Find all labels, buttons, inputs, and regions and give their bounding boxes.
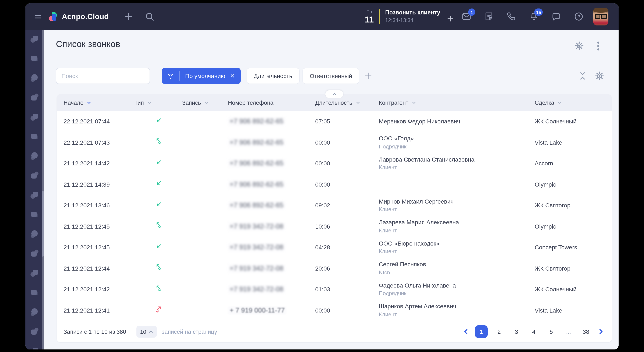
contact-name[interactable]: ООО «Бюро находок»	[379, 240, 535, 247]
app-logo[interactable]: Аспро.Cloud	[48, 11, 109, 22]
help-icon[interactable]: ?	[574, 12, 584, 22]
table-footer: Записи с 1 по 10 из 380 10 записей на ст…	[57, 321, 612, 342]
sidebar	[26, 30, 44, 349]
page-settings-gear-icon[interactable]	[574, 41, 584, 51]
table-row[interactable]: 21.12.2021 14:42+7 906 892-62-6500:00Лав…	[57, 153, 612, 174]
pagination-page[interactable]: 3	[510, 325, 522, 338]
sidebar-module-10-icon[interactable]	[29, 209, 39, 219]
pagination-page[interactable]: 5	[545, 325, 557, 338]
search-input[interactable]	[56, 68, 150, 84]
cell-deal[interactable]: Vista Lake	[535, 307, 605, 314]
contact-name[interactable]: Шариков Артем Алексеевич	[379, 303, 535, 310]
search-icon[interactable]	[144, 12, 154, 22]
table-row[interactable]: 21.12.2021 12:42+7 919 342-72-0801:03Фад…	[57, 279, 612, 300]
table-row[interactable]: 21.12.2021 12:44+7 919 342-72-0820:06Сер…	[57, 258, 612, 279]
cell-phone: + 7 919 000-11-77	[228, 306, 315, 315]
table-row[interactable]: 21.12.2021 12:41+ 7 919 000-11-7700:00Ша…	[57, 300, 612, 321]
phone-icon[interactable]	[506, 12, 516, 22]
cell-deal[interactable]: ЖК Святогор	[535, 202, 605, 209]
hamburger-menu-icon[interactable]	[33, 12, 43, 22]
contact-name[interactable]: Лаврова Светлана Станиславовна	[379, 156, 535, 163]
filter-button-responsible[interactable]: Ответственный	[302, 68, 359, 84]
contact-name[interactable]: Мирнов Михаил Сергеевич	[379, 198, 535, 205]
add-event-icon[interactable]	[446, 15, 454, 23]
column-header[interactable]: Контрагент	[379, 100, 535, 106]
page-title: Список звонков	[56, 39, 120, 49]
cell-deal[interactable]: Concept Towers	[535, 244, 605, 251]
table-row[interactable]: 21.12.2021 12:45+7 919 342-72-0804:28ООО…	[57, 237, 612, 258]
cell-deal[interactable]: Olympic	[535, 181, 605, 188]
contact-name[interactable]: Сергей Песняков	[379, 261, 535, 268]
sidebar-module-8-icon[interactable]	[29, 170, 39, 180]
contact-name[interactable]: Лазарева Мария Алексеевна	[379, 219, 535, 226]
column-header[interactable]: Тип	[134, 100, 182, 106]
cell-deal[interactable]: ЖК Солнечный	[535, 118, 605, 125]
sidebar-scrollbar-thumb[interactable]	[42, 191, 44, 257]
sidebar-module-13-icon[interactable]	[29, 268, 39, 278]
pagination-next-icon[interactable]	[598, 328, 604, 335]
sidebar-module-16-icon[interactable]	[29, 326, 39, 336]
outgoing-call-icon	[155, 138, 163, 146]
missed-call-icon	[155, 305, 163, 314]
cell-deal[interactable]: Olympic	[535, 223, 605, 230]
table-row[interactable]: 22.12.2021 07:44+7 906 892-62-6507:05Мер…	[57, 111, 612, 132]
column-header[interactable]: Длительность	[315, 100, 379, 106]
svg-text:?: ?	[577, 14, 580, 19]
table-row[interactable]: 21.12.2021 13:46+7 906 892-62-6509:02Мир…	[57, 195, 612, 216]
filter-button-duration[interactable]: Длительность	[246, 68, 299, 84]
bell-icon[interactable]: 15	[529, 12, 539, 22]
sidebar-module-12-icon[interactable]	[29, 248, 39, 258]
table-body: 22.12.2021 07:44+7 906 892-62-6507:05Мер…	[57, 111, 612, 321]
table-settings-gear-icon[interactable]	[595, 71, 604, 81]
cell-deal[interactable]: Accorn	[535, 160, 605, 167]
sidebar-module-3-icon[interactable]	[29, 73, 39, 83]
cell-duration: 00:00	[315, 160, 379, 167]
cell-deal[interactable]: ЖК Святогор	[535, 265, 605, 272]
sidebar-module-11-icon[interactable]	[29, 229, 39, 239]
pagination-page[interactable]: 1	[475, 325, 488, 338]
phone-number: +7 906 892-62-65	[228, 159, 285, 168]
cell-deal[interactable]: Vista Lake	[535, 139, 605, 146]
chat-icon[interactable]	[551, 12, 562, 22]
sidebar-module-1-icon[interactable]	[29, 34, 39, 44]
cell-contact: Лаврова Светлана СтаниславовнаКлиент	[379, 156, 535, 171]
contact-name[interactable]: Меренков Федор Николаевич	[379, 118, 535, 125]
table-row[interactable]: 22.12.2021 07:43+7 906 892-62-6500:00ООО…	[57, 132, 612, 153]
contact-role: Ntcn	[379, 270, 535, 276]
pagination-prev-icon[interactable]	[463, 328, 470, 335]
collapse-panel-pill[interactable]	[326, 90, 343, 98]
sidebar-module-14-icon[interactable]	[29, 287, 39, 297]
pagination-page[interactable]: 4	[528, 325, 540, 338]
sidebar-module-2-icon[interactable]	[29, 54, 39, 63]
sidebar-module-6-icon[interactable]	[29, 132, 39, 141]
contact-name[interactable]: Фадеева Ольга Николавена	[379, 282, 535, 289]
remove-filter-icon[interactable]: ✕	[230, 73, 235, 79]
add-filter-icon[interactable]	[364, 71, 373, 81]
cell-type	[134, 159, 182, 168]
active-filter-chip[interactable]: По умолчанию ✕	[162, 68, 241, 84]
sidebar-module-4-icon[interactable]	[29, 93, 39, 102]
user-avatar[interactable]	[593, 8, 608, 26]
sidebar-module-7-icon[interactable]	[29, 151, 39, 161]
table-row[interactable]: 21.12.2021 12:45+7 919 342-72-0810:06Лаз…	[57, 216, 612, 237]
page-more-kebab-icon[interactable]	[595, 41, 602, 51]
cell-deal[interactable]: ЖК Солнечный	[535, 286, 605, 293]
sidebar-module-5-icon[interactable]	[29, 112, 39, 122]
column-header[interactable]: Сделка	[535, 100, 605, 106]
sidebar-module-17-icon[interactable]	[29, 346, 39, 349]
mail-icon[interactable]: 1	[462, 12, 472, 22]
pagination-page[interactable]: 2	[493, 325, 505, 338]
sidebar-module-9-icon[interactable]	[29, 190, 39, 200]
column-header[interactable]: Запись	[182, 100, 228, 106]
contact-name[interactable]: ООО «Голд»	[379, 135, 535, 143]
page-size-select[interactable]: 10	[136, 326, 157, 337]
cell-type	[134, 243, 182, 252]
create-new-icon[interactable]	[123, 12, 133, 22]
column-header[interactable]: Начало	[64, 100, 134, 106]
pagination-page[interactable]: 38	[580, 325, 592, 338]
notes-icon[interactable]	[484, 12, 494, 22]
sidebar-module-15-icon[interactable]	[29, 307, 39, 317]
collapse-rows-icon[interactable]	[578, 71, 587, 81]
table-row[interactable]: 21.12.2021 14:39+7 906 892-62-6500:00Oly…	[57, 174, 612, 195]
calendar-event-widget[interactable]: Пн 11 Позвонить клиенту 12:34-13:34	[365, 9, 454, 24]
